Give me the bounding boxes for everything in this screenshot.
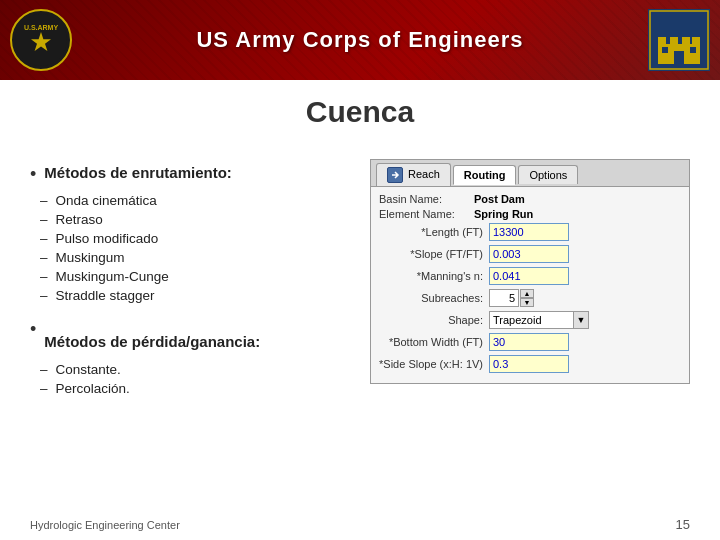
list-item: Muskingum-Cunge <box>40 267 350 286</box>
length-input[interactable] <box>489 223 569 241</box>
left-column: • Métodos de enrutamiento: Onda cinemáti… <box>30 159 350 398</box>
side-slope-label: *Side Slope (x:H: 1V) <box>379 358 489 370</box>
svg-rect-9 <box>682 37 690 47</box>
tab-routing[interactable]: Routing <box>453 165 517 185</box>
header-title-area: US Army Corps of Engineers <box>82 27 638 53</box>
shape-select-container: ▼ <box>489 311 589 329</box>
bottom-width-label: *Bottom Width (FT) <box>379 336 489 348</box>
basin-name-row: Basin Name: Post Dam <box>379 193 681 205</box>
element-name-value: Spring Run <box>474 208 533 220</box>
widget-tabs: Reach Routing Options <box>371 160 689 187</box>
list-item: Muskingum <box>40 248 350 267</box>
list-item: Constante. <box>40 360 350 379</box>
routing-methods-heading: Métodos de enrutamiento: <box>44 164 232 181</box>
slope-label: *Slope (FT/FT) <box>379 248 489 260</box>
spinner-up-button[interactable]: ▲ <box>520 289 534 298</box>
header-title: US Army Corps of Engineers <box>196 27 523 53</box>
slope-input[interactable] <box>489 245 569 263</box>
svg-rect-7 <box>658 37 666 47</box>
mannings-input[interactable] <box>489 267 569 285</box>
spinner-buttons: ▲ ▼ <box>520 289 534 307</box>
footer: Hydrologic Engineering Center 15 <box>30 517 690 532</box>
list-item: Pulso modificado <box>40 229 350 248</box>
subreaches-input[interactable] <box>489 289 519 307</box>
svg-text:U.S.ARMY: U.S.ARMY <box>24 24 59 31</box>
footer-page-number: 15 <box>676 517 690 532</box>
castle-logo <box>648 9 710 71</box>
subreaches-spinner: ▲ ▼ <box>489 289 534 307</box>
shape-row: Shape: ▼ <box>379 311 681 329</box>
loss-gain-list: Constante. Percolación. <box>30 360 350 398</box>
side-slope-row: *Side Slope (x:H: 1V) <box>379 355 681 373</box>
subreaches-row: Subreaches: ▲ ▼ <box>379 289 681 307</box>
header-banner: U.S.ARMY US Army Corps of Engineers <box>0 0 720 80</box>
spinner-down-button[interactable]: ▼ <box>520 298 534 307</box>
page-title: Cuenca <box>0 95 720 129</box>
widget-container: Reach Routing Options Basin Name: Post D… <box>370 159 690 384</box>
subreaches-label: Subreaches: <box>379 292 489 304</box>
svg-rect-8 <box>670 37 678 47</box>
footer-left-text: Hydrologic Engineering Center <box>30 519 180 531</box>
bottom-width-input[interactable] <box>489 333 569 351</box>
shape-label: Shape: <box>379 314 489 326</box>
army-star-logo: U.S.ARMY <box>10 9 72 71</box>
length-label: *Length (FT) <box>379 226 489 238</box>
routing-methods-list: Onda cinemática Retraso Pulso modificado… <box>30 191 350 305</box>
svg-rect-13 <box>690 47 696 53</box>
side-slope-input[interactable] <box>489 355 569 373</box>
element-name-label: Element Name: <box>379 208 474 220</box>
bottom-width-row: *Bottom Width (FT) <box>379 333 681 351</box>
element-name-row: Element Name: Spring Run <box>379 208 681 220</box>
widget-body: Basin Name: Post Dam Element Name: Sprin… <box>371 187 689 383</box>
list-item: Onda cinemática <box>40 191 350 210</box>
right-panel: Reach Routing Options Basin Name: Post D… <box>370 159 690 398</box>
mannings-row: *Manning's n: <box>379 267 681 285</box>
slope-row: *Slope (FT/FT) <box>379 245 681 263</box>
tab-options[interactable]: Options <box>518 165 578 184</box>
shape-dropdown-arrow[interactable]: ▼ <box>573 311 589 329</box>
list-item: Retraso <box>40 210 350 229</box>
tab-reach[interactable]: Reach <box>376 163 451 186</box>
bullet-point-heading2: • <box>30 319 36 340</box>
list-item: Percolación. <box>40 379 350 398</box>
bullet-point-heading1: • <box>30 164 36 185</box>
header-content: U.S.ARMY US Army Corps of Engineers <box>0 0 720 80</box>
svg-rect-10 <box>692 37 700 47</box>
reach-tab-icon <box>387 167 403 183</box>
loss-gain-heading: Métodos de pérdida/ganancia: <box>44 333 260 350</box>
svg-rect-11 <box>674 51 684 64</box>
list-item: Straddle stagger <box>40 286 350 305</box>
main-content: • Métodos de enrutamiento: Onda cinemáti… <box>0 139 720 408</box>
length-row: *Length (FT) <box>379 223 681 241</box>
basin-name-value: Post Dam <box>474 193 525 205</box>
svg-rect-12 <box>662 47 668 53</box>
basin-name-label: Basin Name: <box>379 193 474 205</box>
mannings-label: *Manning's n: <box>379 270 489 282</box>
shape-select[interactable] <box>489 311 574 329</box>
